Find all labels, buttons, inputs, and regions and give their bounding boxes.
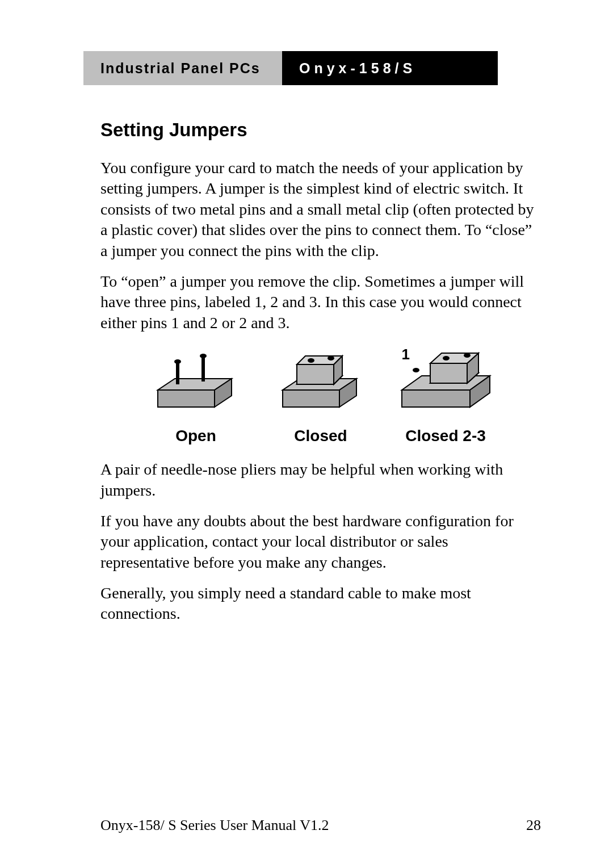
svg-point-25: [464, 353, 471, 358]
content-area: Setting Jumpers You configure your card …: [100, 119, 541, 624]
page-footer: Onyx-158/ S Series User Manual V1.2 28: [100, 817, 541, 834]
svg-marker-17: [402, 390, 470, 407]
svg-point-14: [308, 358, 314, 363]
jumper-open-diagram: Open: [146, 345, 246, 445]
svg-marker-11: [297, 364, 334, 384]
header-right-label: Onyx-158/S: [282, 51, 498, 85]
paragraph-1: You configure your card to match the nee…: [100, 158, 541, 261]
page-header: Industrial Panel PCs Onyx-158/S: [83, 51, 552, 85]
pin-1-label: 1: [402, 346, 410, 363]
svg-point-4: [174, 359, 181, 364]
jumper-closed-icon: [271, 345, 371, 421]
svg-marker-13: [297, 356, 342, 364]
svg-point-15: [328, 356, 334, 360]
jumper-diagram-row: Open Closed: [100, 345, 541, 445]
svg-point-19: [413, 368, 419, 372]
footer-page-number: 28: [526, 817, 541, 834]
footer-manual-title: Onyx-158/ S Series User Manual V1.2: [100, 817, 329, 834]
jumper-open-caption: Open: [175, 427, 216, 445]
paragraph-3: A pair of needle-nose pliers may be help…: [100, 459, 541, 501]
paragraph-5: Generally, you simply need a standard ca…: [100, 583, 541, 624]
manual-page: Industrial Panel PCs Onyx-158/S Setting …: [0, 0, 613, 868]
jumper-closed-caption: Closed: [294, 427, 347, 445]
jumper-open-icon: [146, 345, 246, 421]
paragraph-2: To “open” a jumper you remove the clip. …: [100, 271, 541, 333]
svg-marker-1: [158, 390, 215, 407]
paragraph-4: If you have any doubts about the best ha…: [100, 511, 541, 573]
section-title: Setting Jumpers: [100, 119, 541, 141]
svg-point-24: [443, 356, 450, 360]
svg-point-6: [200, 354, 207, 358]
jumper-closed23-icon: [396, 345, 496, 421]
jumper-closed23-caption: Closed 2-3: [405, 427, 486, 445]
svg-marker-21: [430, 363, 467, 383]
svg-marker-8: [283, 390, 339, 407]
jumper-closed23-diagram: 1 Closed 2-3: [396, 345, 496, 445]
header-left-label: Industrial Panel PCs: [83, 51, 282, 85]
jumper-closed-diagram: Closed: [271, 345, 371, 445]
